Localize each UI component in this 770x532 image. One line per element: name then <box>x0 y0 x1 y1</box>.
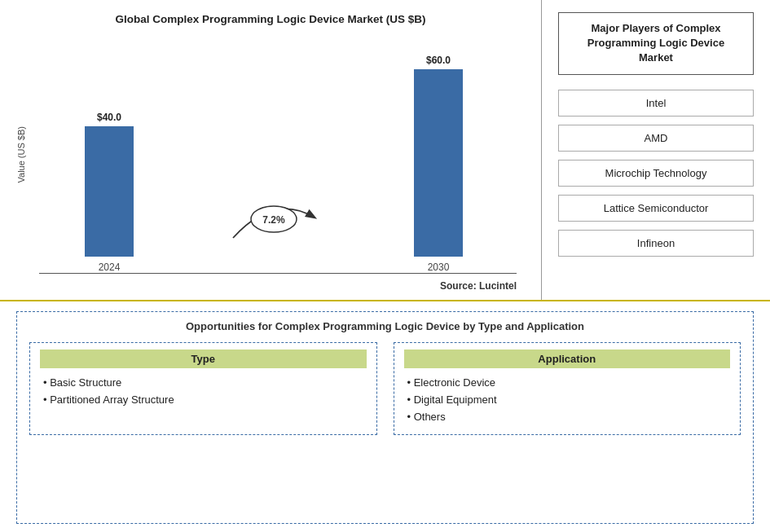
opportunities-box: Opportunities for Complex Programming Lo… <box>16 311 754 524</box>
players-section: Major Players of Complex Programming Log… <box>542 0 770 300</box>
bars-container: $40.0 2024 <box>31 36 525 273</box>
bar-2024 <box>85 126 134 257</box>
bar-label-2030: 2030 <box>428 262 450 273</box>
bar-group-2024: $40.0 2024 <box>85 112 134 273</box>
player-microchip: Microchip Technology <box>558 160 754 187</box>
app-item-2: • Digital Equipment <box>404 394 731 406</box>
chart-area: Value (US $B) $40.0 2024 <box>16 36 525 274</box>
player-lattice: Lattice Semiconductor <box>558 195 754 222</box>
chart-inner: $40.0 2024 <box>31 36 525 274</box>
application-header: Application <box>404 350 731 368</box>
opportunities-title: Opportunities for Complex Programming Lo… <box>29 320 741 332</box>
player-intel: Intel <box>558 90 754 117</box>
bottom-section: Opportunities for Complex Programming Lo… <box>0 301 770 532</box>
type-header: Type <box>40 350 367 368</box>
source-text: Source: Lucintel <box>16 280 525 292</box>
y-axis-label: Value (US $B) <box>16 126 26 183</box>
type-item-1: • Basic Structure <box>40 376 367 389</box>
application-column: Application • Electronic Device • Digita… <box>394 342 741 435</box>
app-item-1: • Electronic Device <box>404 376 731 389</box>
bar-value-2024: $40.0 <box>97 112 121 123</box>
x-axis-line <box>39 273 517 275</box>
app-item-3: • Others <box>404 411 731 423</box>
player-infineon: Infineon <box>558 230 754 257</box>
bar-2030 <box>414 69 463 257</box>
player-amd: AMD <box>558 125 754 152</box>
type-item-2: • Partitioned Array Structure <box>40 394 367 406</box>
bar-group-2030: $60.0 2030 <box>414 55 463 273</box>
chart-title: Global Complex Programming Logic Device … <box>115 12 425 28</box>
top-section: Global Complex Programming Logic Device … <box>0 0 770 301</box>
bar-value-2030: $60.0 <box>426 55 451 66</box>
chart-section: Global Complex Programming Logic Device … <box>0 0 542 300</box>
bar-label-2024: 2024 <box>99 262 121 273</box>
type-column: Type • Basic Structure • Partitioned Arr… <box>29 342 377 435</box>
opp-columns: Type • Basic Structure • Partitioned Arr… <box>29 342 741 435</box>
svg-text:7.2%: 7.2% <box>262 214 285 226</box>
players-title: Major Players of Complex Programming Log… <box>558 12 754 75</box>
main-container: Global Complex Programming Logic Device … <box>0 0 770 532</box>
cagr-arrow-svg: 7.2% <box>225 185 323 250</box>
